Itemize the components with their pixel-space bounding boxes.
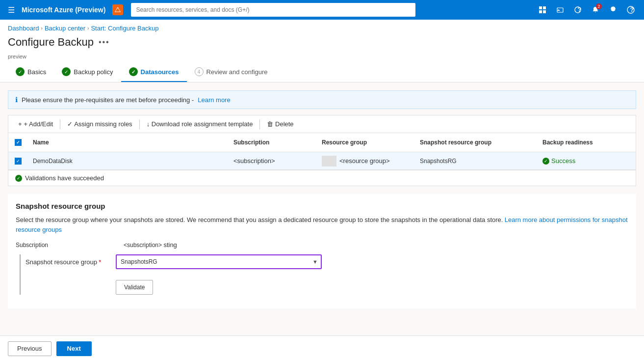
tab-basics[interactable]: ✓ Basics [8, 62, 54, 82]
subscription-label: Subscription [16, 242, 124, 249]
validation-row: ✓ Validations have succeeded [8, 170, 636, 186]
snapshot-section-title: Snapshot resource group [16, 202, 628, 210]
svg-text:?: ? [578, 6, 582, 13]
snapshot-description: Select the resource group where your sna… [16, 215, 628, 234]
info-learn-more-link[interactable]: Learn more [198, 96, 230, 104]
backup-readiness-text: Success [551, 157, 575, 165]
tab-check-backup-policy: ✓ [62, 67, 71, 76]
info-banner: ℹ Please ensure the pre-requisites are m… [8, 90, 636, 109]
breadcrumb-sep-1: › [41, 26, 43, 31]
breadcrumb: Dashboard › Backup center › Start: Confi… [0, 20, 644, 34]
more-options-button[interactable]: ••• [99, 38, 110, 47]
azure-badge-icon [112, 4, 123, 15]
data-toolbar: + + Add/Edit ✓ Assign missing roles ↓ Do… [8, 115, 636, 133]
topnav-icon-group: ? 2 ? [534, 1, 639, 18]
col-name: Name [28, 137, 229, 148]
toolbar-separator-3 [259, 119, 260, 129]
col-snapshot-rg: Snapshot resource group [415, 137, 538, 148]
snapshot-rg-select[interactable]: SnapshotsRG [116, 254, 322, 269]
resource-group-text: <resource group> [339, 157, 390, 165]
download-template-label: ↓ Download role assignment template [147, 120, 253, 128]
toolbar-separator-1 [60, 119, 60, 129]
snapshot-rg-row: Snapshot resource group * SnapshotsRG ▼ [26, 254, 628, 269]
table-header: ✓ Name Subscription Resource group Snaps… [8, 133, 636, 152]
page-title: Configure Backup [8, 36, 94, 49]
page-subtitle: preview [0, 54, 644, 62]
breadcrumb-sep-2: › [87, 26, 89, 31]
col-subscription: Subscription [229, 137, 317, 148]
download-template-button[interactable]: ↓ Download role assignment template [142, 118, 258, 130]
hamburger-menu-icon[interactable]: ☰ [5, 3, 18, 17]
tab-review-label: Review and configure [206, 68, 268, 76]
tab-datasources-label: Datasources [141, 68, 179, 76]
next-button[interactable]: Next [56, 341, 92, 356]
delete-label: 🗑 Delete [267, 120, 293, 128]
info-icon: ℹ [15, 96, 18, 104]
row-backup-readiness: ✓ Success [538, 154, 636, 167]
snapshot-section: Snapshot resource group Select the resou… [8, 194, 636, 308]
svg-text:?: ? [630, 6, 634, 13]
page-header: Configure Backup ••• [0, 34, 644, 54]
breadcrumb-configure-backup[interactable]: Start: Configure Backup [91, 25, 158, 32]
validation-success-icon: ✓ [15, 175, 22, 182]
app-title: Microsoft Azure (Preview) [22, 6, 105, 14]
tab-datasources[interactable]: ✓ Datasources [121, 62, 187, 82]
resource-group-icon [322, 156, 336, 167]
add-icon: + [18, 120, 22, 128]
row-name: DemoDataDisk [28, 155, 229, 167]
svg-rect-2 [539, 10, 542, 13]
required-indicator: * [99, 258, 101, 266]
success-icon: ✓ [542, 158, 549, 165]
main-content: ℹ Please ensure the pre-requisites are m… [0, 83, 644, 361]
bottom-navigation: Previous Next [0, 335, 644, 361]
previous-button[interactable]: Previous [8, 341, 52, 356]
svg-rect-3 [543, 10, 546, 13]
tabs-container: ✓ Basics ✓ Backup policy ✓ Datasources 4… [0, 62, 644, 83]
subscription-value: <subscription> [124, 242, 162, 249]
subscription-row: Subscription <subscription> sting [16, 241, 628, 249]
tab-backup-policy-label: Backup policy [74, 68, 113, 76]
cloud-shell-icon[interactable] [552, 1, 568, 18]
settings-icon[interactable] [605, 1, 621, 18]
validation-message: Validations have succeeded [25, 174, 104, 182]
validate-button[interactable]: Validate [116, 280, 153, 295]
snapshot-rg-label: Snapshot resource group * [26, 258, 109, 266]
add-edit-button[interactable]: + + Add/Edit [13, 118, 58, 130]
row-snapshot-rg: SnapshotsRG [415, 155, 538, 167]
help-icon[interactable]: ? [622, 1, 639, 18]
col-resource-group: Resource group [317, 137, 415, 148]
col-backup-readiness: Backup readiness [538, 137, 636, 148]
tab-num-review: 4 [195, 67, 204, 76]
tab-check-basics: ✓ [16, 67, 25, 76]
tab-review[interactable]: 4 Review and configure [187, 62, 276, 82]
toolbar-separator-2 [139, 119, 140, 129]
svg-rect-1 [543, 6, 546, 9]
info-text: Please ensure the pre-requisites are met… [22, 96, 194, 104]
delete-button[interactable]: 🗑 Delete [262, 118, 298, 130]
tab-backup-policy[interactable]: ✓ Backup policy [54, 62, 121, 82]
data-table: ✓ Name Subscription Resource group Snaps… [8, 133, 636, 170]
breadcrumb-backup-center[interactable]: Backup center [45, 25, 85, 32]
validate-row: Validate [116, 280, 628, 295]
row-subscription: <subscription> [229, 154, 317, 167]
tab-check-datasources: ✓ [129, 67, 138, 76]
subscription-suffix: sting [162, 241, 177, 249]
subscription-text: <subscription> [233, 157, 275, 165]
notifications-icon[interactable]: 2 [587, 1, 604, 18]
snapshot-rg-select-wrapper: SnapshotsRG ▼ [116, 254, 322, 269]
assign-roles-label: ✓ Assign missing roles [67, 120, 132, 128]
add-edit-label: + Add/Edit [24, 120, 53, 128]
notification-count: 2 [596, 3, 602, 9]
search-input[interactable] [131, 3, 415, 17]
feedback-icon[interactable]: ? [569, 1, 586, 18]
top-navigation: ☰ Microsoft Azure (Preview) ? 2 [0, 0, 644, 20]
table-row[interactable]: ✓ DemoDataDisk <subscription> <resource … [8, 152, 636, 170]
tab-basics-label: Basics [27, 68, 46, 76]
row-resource-group: <resource group> [317, 153, 415, 169]
select-all-checkbox[interactable]: ✓ [8, 137, 28, 148]
row-checkbox[interactable]: ✓ [8, 155, 28, 167]
svg-rect-0 [539, 6, 542, 9]
portal-icon[interactable] [534, 1, 551, 18]
assign-roles-button[interactable]: ✓ Assign missing roles [62, 118, 137, 130]
breadcrumb-dashboard[interactable]: Dashboard [8, 25, 39, 32]
